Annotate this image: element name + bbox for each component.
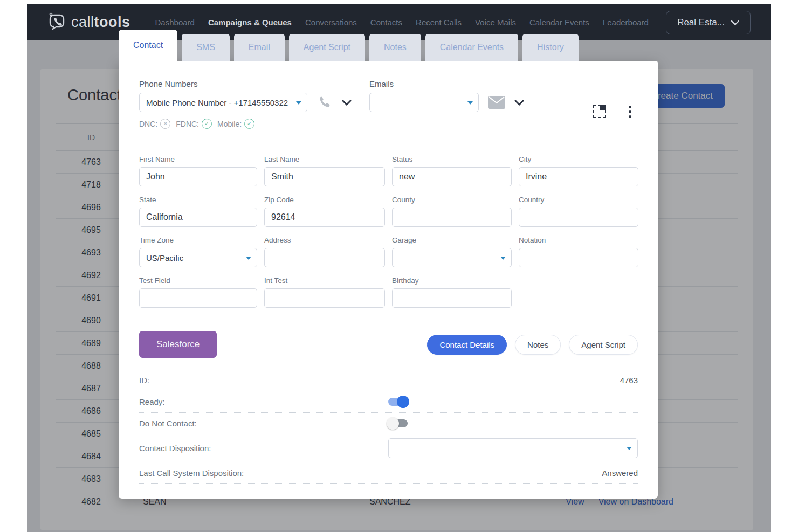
mobile-flag: Mobile: ✓ [217,119,254,129]
tab-contact[interactable]: Contact [119,30,177,61]
city-input[interactable] [519,167,638,186]
field-city: City [519,155,638,186]
do-not-contact-toggle[interactable] [388,419,408,427]
chevron-down-icon[interactable] [342,100,352,106]
divider [139,139,638,139]
phone-numbers-label: Phone Numbers [139,79,369,88]
caret-down-icon [500,257,506,260]
address-input[interactable] [264,248,385,267]
emails-label: Emails [369,79,524,88]
id-value: 4763 [620,376,638,385]
detail-row-do-not-contact: Do Not Contact: [139,413,638,434]
chevron-down-icon [731,17,739,28]
mail-icon[interactable] [487,95,506,109]
phone-flags: DNC: ✕ FDNC: ✓ Mobile: ✓ [139,119,369,129]
nav-item-contacts[interactable]: Contacts [370,18,402,27]
detail-row-last-call-disposition: Last Call System Disposition: Answered [139,462,638,484]
phone-number-select[interactable]: Mobile Phone Number - +17145550322 [139,93,307,112]
dnc-flag: DNC: ✕ [139,119,170,129]
nav-item-voice-mails[interactable]: Voice Mails [475,18,516,27]
field-country: Country [519,196,638,227]
country-input[interactable] [519,208,638,227]
detail-row-disposition: Contact Disposition: [139,434,638,462]
contact-details-pill[interactable]: Contact Details [427,335,507,355]
zip-code-input[interactable] [264,208,385,227]
agent-script-pill[interactable]: Agent Script [569,335,638,355]
first-name-input[interactable] [139,167,257,186]
contact-modal: Contact SMS Email Agent Script Notes Cal… [119,30,658,499]
tab-sms[interactable]: SMS [182,34,230,61]
last-call-disposition-value: Answered [602,468,638,478]
caret-down-icon [296,101,301,105]
ready-label: Ready: [139,397,388,406]
county-input[interactable] [392,208,512,227]
detail-row-id: ID: 4763 [139,370,638,391]
modal-body: Phone Numbers Mobile Phone Number - +171… [119,61,658,499]
tab-history[interactable]: History [522,34,579,61]
notation-input[interactable] [519,248,638,267]
tab-calendar-events[interactable]: Calendar Events [425,34,518,61]
tab-email[interactable]: Email [234,34,285,61]
id-label: ID: [139,376,388,385]
status-input[interactable] [392,167,512,186]
phone-numbers-group: Phone Numbers Mobile Phone Number - +171… [139,79,369,129]
field-status: Status [392,155,512,186]
account-dropdown-button[interactable]: Real Esta... [666,11,751,34]
nav-item-dashboard[interactable]: Dashboard [155,18,195,27]
salesforce-button[interactable]: Salesforce [139,331,217,358]
view-switch-pills: Contact Details Notes Agent Script [427,335,638,355]
check-circle-icon: ✓ [202,119,212,129]
field-first-name: First Name [139,155,257,186]
calltools-logo[interactable]: calltools [47,12,130,33]
garage-select[interactable] [392,248,512,267]
contact-disposition-select[interactable] [388,438,638,458]
caret-down-icon [246,257,251,260]
nav-item-recent-calls[interactable]: Recent Calls [416,18,462,27]
modal-actions: Salesforce Contact Details Notes Agent S… [139,331,638,358]
email-select[interactable] [369,93,479,112]
state-input[interactable] [139,208,257,227]
modal-tabbar: Contact SMS Email Agent Script Notes Cal… [119,30,658,61]
field-address: Address [264,236,385,267]
tab-agent-script[interactable]: Agent Script [289,34,365,61]
ready-toggle[interactable] [388,398,408,406]
field-county: County [392,196,512,227]
field-test-field: Test Field [139,277,257,308]
modal-tools [593,79,638,129]
contact-disposition-label: Contact Disposition: [139,444,388,453]
logo-icon [47,12,67,33]
notes-pill[interactable]: Notes [515,335,561,355]
app-window: calltools Dashboard Campaigns & Queues C… [27,4,771,532]
nav-item-calendar-events[interactable]: Calendar Events [529,18,589,27]
caret-down-icon [627,447,632,450]
phone-icon[interactable] [317,95,332,110]
logo-text: calltools [71,14,130,31]
field-garage: Garage [392,236,512,267]
kebab-menu-icon[interactable] [629,106,631,118]
birthday-input[interactable] [392,288,512,308]
contact-form: First Name Last Name Status City State [139,155,638,308]
last-name-input[interactable] [264,167,385,186]
nav-item-leaderboard[interactable]: Leaderboard [603,18,649,27]
nav-item-campaigns-queues[interactable]: Campaigns & Queues [208,18,292,27]
do-not-contact-label: Do Not Contact: [139,419,388,428]
int-test-input[interactable] [264,288,385,308]
emails-group: Emails [369,79,524,129]
select-area-icon[interactable] [593,105,606,118]
nav-item-conversations[interactable]: Conversations [305,18,357,27]
field-state: State [139,196,257,227]
fdnc-flag: FDNC: ✓ [176,119,212,129]
divider [139,322,638,322]
field-int-test: Int Test [264,277,385,308]
tab-notes[interactable]: Notes [369,34,421,61]
field-time-zone: Time Zone US/Pacific [139,236,257,267]
last-call-disposition-label: Last Call System Disposition: [139,468,244,478]
field-zip-code: Zip Code [264,196,385,227]
x-circle-icon: ✕ [160,119,170,129]
screen: calltools Dashboard Campaigns & Queues C… [0,0,798,532]
contact-details-list: ID: 4763 Ready: Do Not Contact: Cont [139,370,638,484]
chevron-down-icon[interactable] [514,100,524,106]
test-field-input[interactable] [139,288,257,308]
time-zone-select[interactable]: US/Pacific [139,248,257,267]
field-notation: Notation [519,236,638,267]
